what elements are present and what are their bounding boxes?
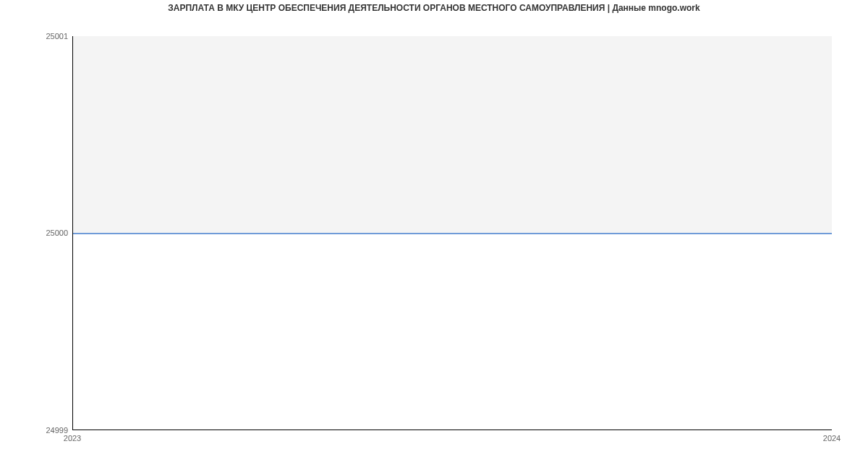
series-line — [73, 233, 832, 234]
chart-container: ЗАРПЛАТА В МКУ ЦЕНТР ОБЕСПЕЧЕНИЯ ДЕЯТЕЛЬ… — [0, 0, 868, 470]
plot-area — [72, 36, 832, 430]
chart-title: ЗАРПЛАТА В МКУ ЦЕНТР ОБЕСПЕЧЕНИЯ ДЕЯТЕЛЬ… — [0, 3, 868, 13]
y-tick-label: 25000 — [46, 228, 68, 237]
x-tick-label: 2023 — [64, 434, 81, 443]
x-tick-label: 2024 — [823, 434, 841, 443]
y-tick-label: 25001 — [46, 32, 68, 40]
plot-band — [73, 36, 832, 233]
